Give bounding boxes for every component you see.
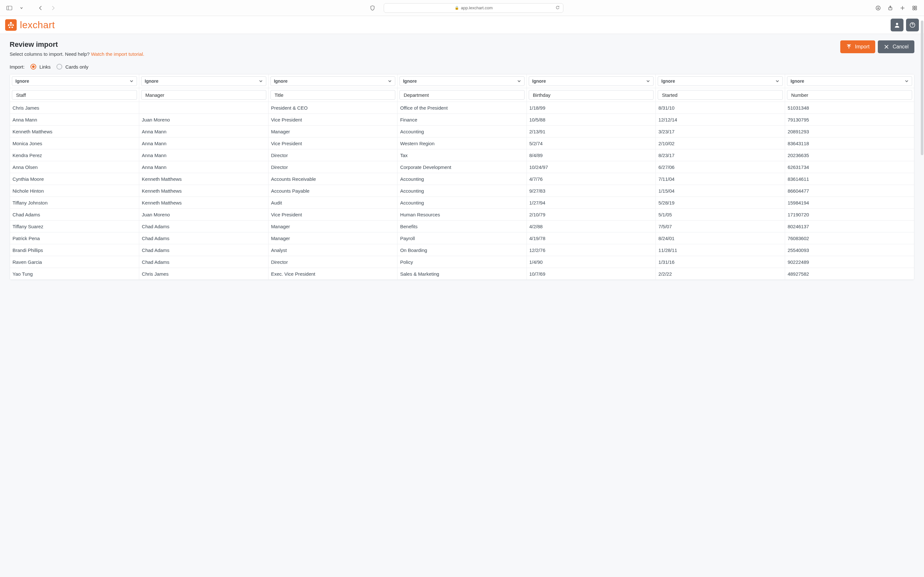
table-cell: Office of the President [397, 102, 527, 114]
table-row: Cynthia MooreKenneth MatthewsAccounts Re… [10, 173, 914, 185]
table-cell: 1/31/16 [656, 256, 785, 268]
table-cell: 10/7/69 [527, 268, 656, 280]
column-header-input-4[interactable] [529, 90, 654, 100]
column-mapping-value: Ignore [790, 79, 804, 84]
table-row: Chris JamesPresident & CEOOffice of the … [10, 102, 914, 114]
import-mode-cards[interactable]: Cards only [57, 64, 89, 69]
table-cell: 51031348 [785, 102, 914, 114]
column-mapping-select-2[interactable]: Ignore [270, 76, 396, 86]
table-cell: Anna Mann [139, 161, 268, 173]
table-cell [139, 102, 268, 114]
table-cell: 4/19/78 [527, 232, 656, 244]
chevron-down-icon [646, 79, 650, 83]
table-cell: Manager [268, 232, 397, 244]
cancel-button[interactable]: Cancel [878, 40, 914, 53]
table-cell: Kenneth Matthews [10, 126, 139, 137]
chevron-down-icon [517, 79, 521, 83]
svg-rect-15 [13, 25, 14, 26]
table-cell: 5/2/74 [527, 137, 656, 149]
table-cell: On Boarding [397, 244, 527, 256]
help-button[interactable] [906, 19, 919, 31]
table-cell: 17190720 [785, 209, 914, 221]
table-cell: 11/28/11 [656, 244, 785, 256]
table-cell: Chad Adams [139, 256, 268, 268]
column-mapping-select-6[interactable]: Ignore [787, 76, 912, 86]
help-tutorial-link[interactable]: Watch the import tutorial. [91, 51, 144, 57]
column-mapping-select-3[interactable]: Ignore [399, 76, 525, 86]
browser-back-icon[interactable] [36, 3, 45, 13]
browser-forward-icon [48, 3, 58, 13]
table-cell: 8/4/89 [527, 149, 656, 161]
column-header-input-6[interactable] [787, 90, 912, 100]
lock-icon: 🔒 [455, 6, 459, 10]
table-cell: Accounting [397, 126, 527, 137]
svg-rect-16 [9, 27, 11, 28]
svg-rect-12 [10, 22, 12, 23]
import-mode-label: Import: [10, 64, 25, 69]
column-mapping-select-0[interactable]: Ignore [12, 76, 137, 86]
table-cell: 83643118 [785, 137, 914, 149]
svg-point-22 [896, 23, 898, 25]
column-mapping-select-5[interactable]: Ignore [658, 76, 783, 86]
column-header-input-2[interactable] [270, 90, 396, 100]
share-icon[interactable] [885, 3, 895, 13]
svg-rect-0 [7, 6, 12, 10]
app-logo[interactable]: lexchart [5, 19, 55, 31]
page-title: Review import [10, 40, 144, 49]
table-cell: Manager [268, 221, 397, 232]
privacy-shield-icon[interactable] [368, 3, 377, 13]
new-tab-icon[interactable] [898, 3, 907, 13]
table-cell: Anna Mann [10, 114, 139, 126]
table-row: Patrick PenaChad AdamsManagerPayroll4/19… [10, 232, 914, 244]
browser-tab-dropdown-icon[interactable] [17, 3, 26, 13]
table-cell: 4/2/88 [527, 221, 656, 232]
table-cell: Kenneth Matthews [139, 197, 268, 209]
page-scrollbar[interactable] [921, 18, 923, 577]
table-cell: Accounting [397, 197, 527, 209]
table-cell: Analyst [268, 244, 397, 256]
downloads-icon[interactable] [873, 3, 883, 13]
column-header-input-3[interactable] [399, 90, 525, 100]
column-header-input-0[interactable] [12, 90, 137, 100]
close-icon [884, 44, 889, 50]
table-cell: Yao Tung [10, 268, 139, 280]
reload-icon[interactable] [556, 5, 560, 11]
table-cell: Finance [397, 114, 527, 126]
column-mapping-value: Ignore [274, 79, 288, 84]
table-row: Monica JonesAnna MannVice PresidentWeste… [10, 137, 914, 149]
import-mode-links[interactable]: Links [31, 64, 51, 69]
scrollbar-thumb[interactable] [921, 21, 923, 155]
table-cell: Chris James [10, 102, 139, 114]
column-mapping-select-4[interactable]: Ignore [529, 76, 654, 86]
svg-rect-9 [915, 6, 917, 8]
table-cell: 12/2/76 [527, 244, 656, 256]
table-cell: 4/7/76 [527, 173, 656, 185]
table-cell: Kenneth Matthews [139, 185, 268, 197]
browser-url-bar[interactable]: 🔒 app.lexchart.com [384, 3, 564, 13]
table-cell: 2/10/02 [656, 137, 785, 149]
page-body: Review import Select columns to import. … [0, 34, 924, 280]
table-cell: 1/15/04 [656, 185, 785, 197]
table-cell: Patrick Pena [10, 232, 139, 244]
table-cell: 7/5/07 [656, 221, 785, 232]
table-row: Raven GarciaChad AdamsDirectorPolicy1/4/… [10, 256, 914, 268]
table-cell: 3/23/17 [656, 126, 785, 137]
column-mapping-value: Ignore [661, 79, 675, 84]
browser-sidebar-toggle-icon[interactable] [5, 3, 14, 13]
table-row: Anna MannJuan MorenoVice PresidentFinanc… [10, 114, 914, 126]
import-button[interactable]: Import [840, 40, 875, 53]
app-logo-text: lexchart [20, 19, 55, 31]
column-header-input-5[interactable] [658, 90, 783, 100]
table-cell: 15984194 [785, 197, 914, 209]
tab-overview-icon[interactable] [910, 3, 919, 13]
column-mapping-value: Ignore [403, 79, 417, 84]
table-cell: Vice President [268, 137, 397, 149]
account-button[interactable] [891, 19, 903, 31]
column-mapping-select-1[interactable]: Ignore [141, 76, 266, 86]
table-cell: Manager [268, 126, 397, 137]
table-cell: 8/24/01 [656, 232, 785, 244]
table-cell: 20891293 [785, 126, 914, 137]
import-table: Ignore Ignore Ignore Ignore Ignore Ignor… [10, 74, 914, 280]
table-cell: 1/18/99 [527, 102, 656, 114]
column-header-input-1[interactable] [141, 90, 266, 100]
